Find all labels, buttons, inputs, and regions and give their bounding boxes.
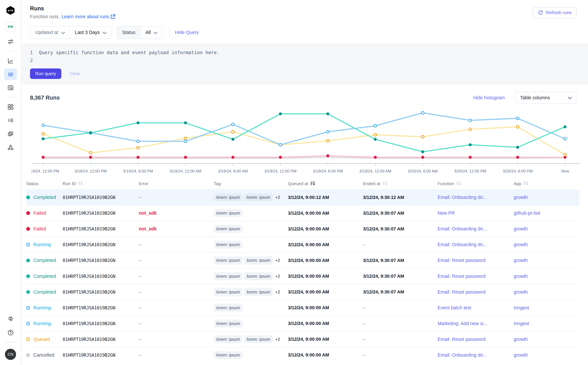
- time-range-dropdown[interactable]: Last 3 Days: [70, 26, 111, 39]
- data-point-failed[interactable]: [326, 154, 329, 157]
- time-field-dropdown[interactable]: Updated at: [30, 26, 70, 39]
- column-header-queued-at[interactable]: Queued at: [288, 181, 363, 186]
- event-search-icon[interactable]: [4, 82, 17, 94]
- tag-chip[interactable]: lorem: ipsum: [244, 288, 273, 296]
- run-id-cell[interactable]: 01HRPT19RJSA1019B2GN: [63, 337, 139, 342]
- data-point-failed[interactable]: [421, 156, 424, 159]
- data-point-running[interactable]: [279, 143, 282, 146]
- run-id-cell[interactable]: 01HRPT19RJSA1019B2GN: [63, 195, 139, 200]
- function-link[interactable]: Email: Reset password: [438, 337, 514, 342]
- app-link[interactable]: growth: [514, 195, 579, 200]
- functions-icon[interactable]: [4, 115, 17, 126]
- apps-icon[interactable]: [4, 101, 17, 112]
- data-point-failed[interactable]: [89, 156, 92, 159]
- tag-chip[interactable]: lorem: ipsum: [214, 225, 243, 233]
- app-link[interactable]: growth: [514, 258, 579, 263]
- tag-chip[interactable]: lorem: ipsum: [214, 272, 243, 280]
- data-point-running[interactable]: [42, 124, 44, 126]
- help-icon[interactable]: [4, 327, 17, 338]
- inngest-logo-icon[interactable]: [4, 5, 17, 17]
- data-point-queued[interactable]: [469, 128, 472, 130]
- tag-chip[interactable]: lorem: ipsum: [214, 241, 243, 248]
- workspace-badge[interactable]: PR: [5, 22, 16, 32]
- function-link[interactable]: Email: Onboarding dri...: [438, 195, 514, 200]
- data-point-failed[interactable]: [279, 156, 282, 159]
- status-filter-dropdown[interactable]: All: [140, 26, 162, 39]
- sort-icon[interactable]: [310, 181, 315, 186]
- function-link[interactable]: Email: Reset password: [438, 258, 514, 263]
- data-point-completed[interactable]: [231, 138, 234, 141]
- app-link[interactable]: growth: [514, 352, 579, 358]
- app-link[interactable]: growth: [514, 242, 579, 247]
- run-id-cell[interactable]: 01HRPT19RJSA1019B2GN: [63, 242, 139, 247]
- column-header-ended-at[interactable]: Ended at: [363, 181, 438, 186]
- run-id-cell[interactable]: 01HRPT19RJSA1019B2GN: [63, 289, 139, 295]
- data-point-queued[interactable]: [421, 135, 424, 138]
- run-id-cell[interactable]: 01HRPT19RJSA1019B2GN: [63, 352, 139, 358]
- app-link[interactable]: growth: [514, 337, 579, 342]
- function-link[interactable]: Email: Onboarding dri...: [438, 352, 514, 358]
- user-avatar[interactable]: CN: [5, 349, 16, 360]
- sort-icon[interactable]: [456, 181, 461, 186]
- function-link[interactable]: Email: Reset password: [438, 289, 514, 295]
- run-id-cell[interactable]: 01HRPT19RJSA1019B2GN: [63, 321, 139, 326]
- sort-icon[interactable]: [524, 181, 528, 186]
- data-point-completed[interactable]: [564, 125, 567, 128]
- run-id-cell[interactable]: 01HRPT19RJSA1019B2GN: [63, 211, 139, 216]
- tag-overflow-count[interactable]: +2: [275, 274, 280, 279]
- tag-chip[interactable]: lorem: ipsum: [244, 336, 273, 343]
- app-link[interactable]: growth: [514, 226, 579, 232]
- tag-chip[interactable]: lorem: ipsum: [244, 272, 273, 280]
- data-point-failed[interactable]: [374, 156, 377, 159]
- data-point-completed[interactable]: [421, 150, 424, 153]
- table-row[interactable]: Cancelled01HRPT19RJSA1019B2GN–lorem: ips…: [26, 347, 579, 363]
- data-point-completed[interactable]: [469, 143, 472, 146]
- app-link[interactable]: Inngest: [514, 321, 579, 326]
- deploys-icon[interactable]: [4, 128, 17, 140]
- app-link[interactable]: growth: [514, 289, 579, 295]
- data-point-completed[interactable]: [279, 112, 282, 115]
- data-point-running[interactable]: [327, 130, 329, 133]
- data-point-queued[interactable]: [232, 130, 234, 133]
- clear-query-button[interactable]: Clear: [69, 71, 80, 76]
- integrations-plug-icon[interactable]: [4, 314, 17, 325]
- data-point-running[interactable]: [469, 119, 472, 122]
- table-row[interactable]: Running01HRPT19RJSA1019B2GN–lorem: ipsum…: [26, 300, 579, 316]
- column-header-app[interactable]: App: [514, 181, 579, 186]
- data-point-queued[interactable]: [564, 154, 566, 156]
- app-link[interactable]: github-pr-bot: [514, 211, 579, 216]
- query-editor[interactable]: 1Query specific function data and event …: [21, 44, 588, 84]
- data-point-running[interactable]: [137, 140, 139, 142]
- data-point-failed[interactable]: [469, 156, 472, 159]
- learn-more-link[interactable]: Learn more about runs: [62, 14, 115, 19]
- run-id-cell[interactable]: 01HRPT19RJSA1019B2GN: [63, 305, 139, 310]
- column-header-function[interactable]: Function: [438, 181, 514, 186]
- data-point-running[interactable]: [184, 140, 187, 142]
- data-point-running[interactable]: [564, 137, 566, 140]
- function-link[interactable]: Event batch test: [438, 305, 514, 310]
- function-link[interactable]: Email: Onboarding dri...: [438, 226, 514, 232]
- table-columns-dropdown[interactable]: Table columns: [515, 92, 577, 104]
- data-point-running[interactable]: [374, 124, 377, 127]
- sort-icon[interactable]: [383, 181, 388, 186]
- data-point-queued[interactable]: [42, 133, 44, 135]
- data-point-failed[interactable]: [137, 156, 140, 159]
- runs-icon[interactable]: [4, 69, 17, 80]
- run-id-cell[interactable]: 01HRPT19RJSA1019B2GN: [63, 274, 139, 279]
- data-point-failed[interactable]: [231, 156, 234, 159]
- table-row[interactable]: Queued01HRPT19RJSA1019B2GN–lorem: ipsuml…: [26, 331, 579, 347]
- table-row[interactable]: Failed01HRPT19RJSA1019B2GNnot_sdklorem: …: [26, 205, 579, 221]
- run-id-cell[interactable]: 01HRPT19RJSA1019B2GN: [63, 258, 139, 263]
- column-header-run-id[interactable]: Run ID: [63, 181, 139, 186]
- data-point-queued[interactable]: [89, 151, 92, 154]
- data-point-queued[interactable]: [327, 139, 329, 142]
- data-point-running[interactable]: [232, 123, 234, 126]
- tag-chip[interactable]: lorem: ipsum: [214, 351, 243, 359]
- tag-overflow-count[interactable]: +2: [275, 258, 280, 263]
- data-point-queued[interactable]: [137, 146, 139, 149]
- tag-chip[interactable]: lorem: ipsum: [214, 209, 243, 217]
- tag-chip[interactable]: lorem: ipsum: [214, 194, 243, 201]
- tag-chip[interactable]: lorem: ipsum: [244, 257, 273, 264]
- data-point-running[interactable]: [421, 112, 424, 114]
- data-point-queued[interactable]: [374, 133, 377, 136]
